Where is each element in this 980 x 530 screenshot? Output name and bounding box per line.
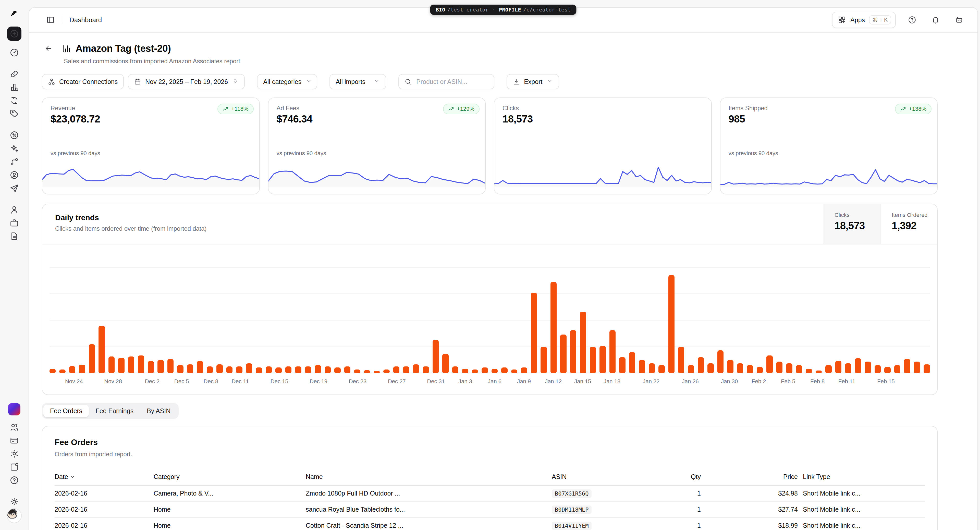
daily-trends-panel: Daily trends Clicks and items ordered ov…: [42, 204, 938, 395]
column-header-price[interactable]: Price: [701, 469, 798, 485]
app-screen: BIO/test-creator·PROFILE/c/creator-test …: [0, 0, 980, 530]
sidebar-item-help[interactable]: [6, 474, 22, 487]
column-header-date[interactable]: Date: [55, 469, 154, 485]
sidebar-item-ab-tests[interactable]: [6, 94, 22, 107]
help-button[interactable]: [905, 13, 919, 27]
daily-trends-title: Daily trends: [55, 213, 207, 222]
sidebar-toggle-button[interactable]: [43, 13, 58, 27]
tab-by-asin[interactable]: By ASIN: [140, 405, 177, 417]
daily-bar: [138, 355, 144, 373]
x-tick-label: Dec 8: [204, 378, 218, 385]
asin-badge: B014V1IYEM: [552, 522, 592, 530]
daily-bar: [374, 371, 380, 373]
imports-select[interactable]: All imports: [329, 74, 386, 89]
daily-bar: [727, 360, 733, 373]
theme-toggle[interactable]: [6, 495, 22, 508]
file-text-icon: [10, 231, 19, 241]
workspace-avatar[interactable]: [8, 403, 21, 415]
daily-bar: [629, 352, 635, 373]
daily-bar: [393, 366, 399, 373]
tab-fee-orders[interactable]: Fee Orders: [43, 405, 89, 417]
sidebar-item-tags[interactable]: [6, 107, 22, 121]
sidebar-item-offers[interactable]: [6, 129, 22, 142]
daily-bar: [187, 364, 193, 373]
table-row[interactable]: 2026-02-16HomeCotton Craft - Scandia Str…: [55, 517, 925, 530]
column-header-name[interactable]: Name: [306, 469, 552, 485]
creator-connections-button[interactable]: Creator Connections: [42, 74, 124, 89]
sidebar-item-explore[interactable]: [6, 46, 22, 59]
bio-label: BIO: [436, 6, 445, 13]
x-tick-label: Dec 11: [231, 378, 249, 385]
x-tick-label: Nov 24: [65, 378, 83, 385]
breadcrumb-page-title: Dashboard: [69, 16, 102, 24]
daily-bar: [501, 368, 508, 373]
divider: [62, 16, 62, 24]
sidebar-item-analytics[interactable]: [6, 81, 22, 94]
apps-button[interactable]: Apps ⌘ + K: [832, 12, 896, 28]
daily-bar: [69, 366, 75, 373]
fee-orders-title: Fee Orders: [55, 438, 925, 447]
sidebar-item-contacts[interactable]: [6, 203, 22, 216]
date-range-picker[interactable]: Nov 22, 2025 – Feb 19, 2026: [128, 74, 245, 89]
daily-bar: [688, 365, 694, 373]
column-header-asin[interactable]: ASIN: [552, 469, 650, 485]
stat-card-ad-fees: Ad Fees $746.34 +129% vs previous 90 day…: [268, 97, 486, 194]
sidebar-item-business[interactable]: [6, 216, 22, 230]
daily-bar: [207, 366, 213, 373]
sidebar-item-workflows[interactable]: [6, 155, 22, 169]
x-axis-labels: Nov 24Nov 28Dec 2Dec 5Dec 8Dec 11Dec 15D…: [49, 376, 930, 389]
page-subtitle: Sales and commissions from imported Amaz…: [64, 58, 938, 65]
daily-bar: [521, 368, 527, 373]
table-row[interactable]: 2026-02-16Homesancua Royal Blue Tableclo…: [55, 501, 925, 517]
search-input[interactable]: [415, 78, 488, 86]
daily-bar: [678, 347, 684, 373]
sidebar-item-team[interactable]: [6, 420, 22, 434]
trend-up-icon: [448, 106, 454, 112]
category-select[interactable]: All categories: [257, 74, 317, 89]
sidebar-item-links[interactable]: [6, 67, 22, 81]
x-tick-label: Dec 19: [310, 378, 328, 385]
sidebar-item-settings[interactable]: [6, 447, 22, 460]
daily-bar: [158, 360, 164, 373]
category-select-value: All categories: [263, 78, 301, 86]
trend-up-icon: [900, 106, 906, 112]
sidebar-item-billing[interactable]: [6, 434, 22, 447]
chevron-down-icon: [305, 78, 312, 86]
tab-fee-earnings[interactable]: Fee Earnings: [89, 405, 140, 417]
table-row[interactable]: 2026-02-16Camera, Photo & V...Zmodo 1080…: [55, 485, 925, 501]
sidebar-item-documents[interactable]: [6, 230, 22, 243]
daily-bar: [383, 369, 390, 373]
x-tick-label: Jan 3: [458, 378, 472, 385]
stat-value: $23,078.72: [51, 113, 251, 125]
back-button[interactable]: [42, 42, 55, 55]
sidebar-item-ai[interactable]: [6, 142, 22, 155]
briefcase-icon: [10, 218, 19, 228]
network-icon: [48, 78, 55, 85]
daily-bar: [128, 357, 134, 373]
send-icon: [10, 183, 19, 193]
sidebar-item-share[interactable]: [6, 460, 22, 474]
user-avatar[interactable]: [7, 508, 22, 523]
page-title: Amazon Tag (test-20): [76, 43, 171, 54]
workflow-icon: [10, 157, 19, 167]
compare-label: vs previous 90 days: [51, 150, 100, 157]
column-header-qty[interactable]: Qty: [650, 469, 701, 485]
column-header-link-type[interactable]: Link Type: [798, 469, 925, 485]
fee-orders-subtitle: Orders from imported report.: [55, 450, 925, 458]
imports-select-value: All imports: [336, 78, 366, 86]
metric-toggle-clicks[interactable]: Clicks 18,573: [823, 204, 880, 244]
column-header-category[interactable]: Category: [154, 469, 306, 485]
export-button[interactable]: Export: [507, 74, 559, 89]
x-tick-label: Feb 5: [781, 378, 795, 385]
daily-bar: [600, 346, 606, 373]
daily-bar: [148, 361, 154, 373]
notifications-button[interactable]: [928, 13, 943, 27]
metric-toggle-items-ordered[interactable]: Items Ordered 1,392: [880, 204, 937, 244]
sidebar-item-audience[interactable]: [6, 169, 22, 182]
arrow-left-icon: [45, 45, 52, 53]
sidebar-item-create-active[interactable]: [7, 27, 21, 41]
daily-bar: [354, 369, 360, 373]
sidebar-item-broadcasts[interactable]: [6, 182, 22, 195]
assistant-button[interactable]: [952, 13, 966, 27]
items-shipped-sparkline: [720, 162, 938, 187]
